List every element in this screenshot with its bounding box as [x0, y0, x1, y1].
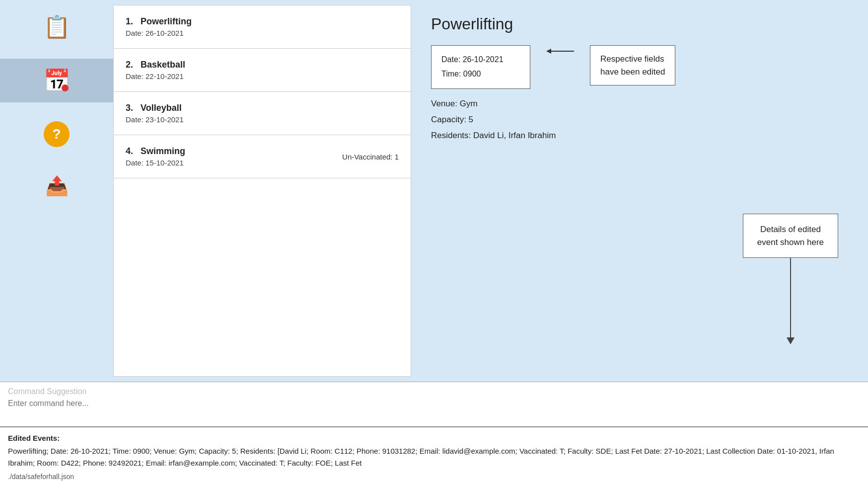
main-area: 📋 📅 ? 📤 1. Powerlifting Date: 26-10-2021 — [0, 0, 868, 382]
venue-field: Venue: Gym — [431, 99, 848, 109]
svg-marker-1 — [546, 49, 551, 54]
logout-icon: 📤 — [45, 175, 69, 197]
event-title: Swimming — [141, 146, 185, 156]
edited-annotation-text: Respective fieldshave been edited — [600, 54, 665, 77]
date-time-box: Date: 26-10-2021 Time: 0900 — [431, 45, 530, 89]
event-title: Basketball — [141, 60, 185, 70]
list-item[interactable]: 4. Swimming Date: 15-10-2021 Un-Vaccinat… — [114, 135, 411, 178]
list-item[interactable]: 2. Basketball Date: 22-10-2021 — [114, 49, 411, 92]
list-item[interactable]: 1. Powerlifting Date: 26-10-2021 — [114, 5, 411, 49]
capacity-field: Capacity: 5 — [431, 115, 848, 125]
bottom-annotation: Details of editedevent shown here — [743, 214, 838, 344]
event-number: 3. — [126, 103, 138, 113]
time-field: Time: 0900 — [441, 67, 520, 81]
event-date: Date: 22-10-2021 — [126, 72, 399, 81]
sidebar: 📋 📅 ? 📤 — [0, 0, 113, 382]
event-number: 2. — [126, 60, 138, 70]
event-title: Powerlifting — [141, 16, 192, 26]
event-name: 1. Powerlifting — [126, 16, 399, 27]
list-item[interactable]: 3. Volleyball Date: 23-10-2021 — [114, 92, 411, 135]
command-area: Command Suggestion — [0, 382, 868, 426]
event-name: 2. Basketball — [126, 60, 399, 70]
arrow-down-tip — [787, 337, 795, 344]
unvaccinated-badge: Un-Vaccinated: 1 — [342, 153, 399, 161]
edited-annotation-box: Respective fieldshave been edited — [590, 45, 675, 85]
question-icon: ? — [44, 121, 70, 147]
sidebar-item-help[interactable]: ? — [0, 112, 113, 156]
calendar-icon-wrapper: 📅 — [43, 68, 71, 93]
event-number: 4. — [126, 146, 138, 156]
arrow-connector — [545, 45, 575, 57]
output-log-content: Powerlifting; Date: 26-10-2021; Time: 09… — [8, 445, 860, 469]
residents-field: Residents: David Li, Irfan Ibrahim — [431, 131, 848, 141]
output-log-path: ./data/safeforhall.json — [8, 471, 860, 482]
event-date: Date: 23-10-2021 — [126, 115, 399, 124]
event-title: Volleyball — [141, 103, 182, 113]
command-suggestion: Command Suggestion — [8, 387, 860, 396]
left-arrow-svg — [545, 45, 575, 57]
details-annotation-box: Details of editedevent shown here — [743, 214, 838, 258]
notebook-icon: 📋 — [43, 14, 71, 40]
output-log: Edited Events: Powerlifting; Date: 26-10… — [0, 426, 868, 485]
arrow-down-line — [790, 258, 791, 337]
calendar-badge — [62, 84, 69, 91]
date-field: Date: 26-10-2021 — [441, 53, 520, 67]
details-annotation-text: Details of editedevent shown here — [757, 225, 824, 247]
event-list-panel: 1. Powerlifting Date: 26-10-2021 2. Bask… — [113, 5, 411, 377]
event-name: 3. Volleyball — [126, 103, 399, 113]
event-number: 1. — [126, 16, 138, 26]
detail-panel: Powerlifting Date: 26-10-2021 Time: 0900… — [411, 0, 868, 382]
sidebar-item-notebook[interactable]: 📋 — [0, 5, 113, 49]
detail-fields-row: Date: 26-10-2021 Time: 0900 Respective f… — [431, 45, 848, 89]
sidebar-item-logout[interactable]: 📤 — [0, 166, 113, 206]
output-log-title: Edited Events: — [8, 432, 860, 444]
sidebar-item-calendar[interactable]: 📅 — [0, 59, 113, 102]
command-input[interactable] — [8, 399, 860, 408]
detail-title: Powerlifting — [431, 15, 848, 33]
list-item-empty — [114, 178, 411, 376]
event-date: Date: 26-10-2021 — [126, 29, 399, 37]
